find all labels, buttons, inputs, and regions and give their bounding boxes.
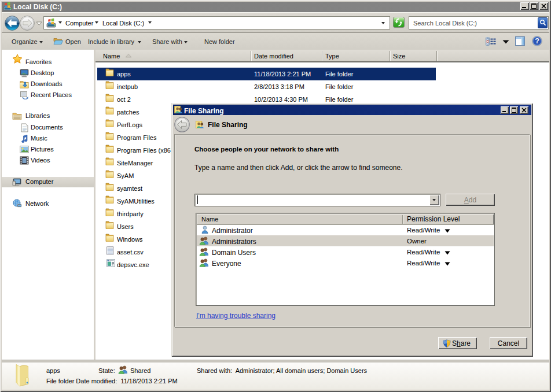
svg-text:?: ?	[535, 37, 539, 45]
